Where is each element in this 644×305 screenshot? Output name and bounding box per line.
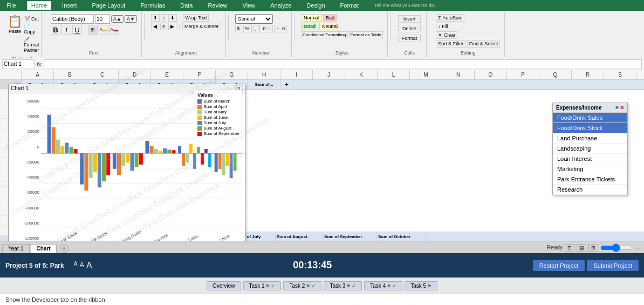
align-center-button[interactable]: ≡ <box>160 23 167 30</box>
task-nav-overview[interactable]: Overview <box>207 281 241 290</box>
number-format-select[interactable]: General <box>235 14 273 24</box>
find-select-button[interactable]: Find & Select <box>467 40 501 48</box>
dropdown-list: Expenses/Income ≡ ✕ Food/Drink Sales Foo… <box>552 103 628 195</box>
ribbon-tab-insert[interactable]: Insert <box>58 1 81 10</box>
dropdown-sort-icon[interactable]: ≡ <box>615 105 619 111</box>
task-nav-task5[interactable]: Task 5 ⚑ <box>405 281 437 290</box>
conditional-formatting-button[interactable]: Conditional Formatting <box>301 31 347 38</box>
decimal-inc-button[interactable]: .0→ <box>259 25 273 32</box>
svg-rect-32 <box>150 146 154 153</box>
copy-button[interactable]: 📄 Copy <box>23 23 40 35</box>
cell-reference-input[interactable] <box>2 59 35 69</box>
y-label-1: 40000 <box>28 114 39 119</box>
formula-input[interactable] <box>44 59 642 69</box>
format-as-table-button[interactable]: Format as Table <box>349 31 383 38</box>
align-top-button[interactable]: ⬆ <box>151 14 160 22</box>
align-left-button[interactable]: ◀ <box>151 23 159 30</box>
dropdown-item-2[interactable]: Land Purchase <box>553 133 627 144</box>
dropdown-item-6[interactable]: Park Entrance Tickets <box>553 174 627 185</box>
submit-project-button[interactable]: Submit Project <box>587 260 639 271</box>
autosum-button[interactable]: Σ AutoSum <box>436 14 464 22</box>
ribbon-tab-data[interactable]: Data <box>176 1 197 10</box>
bold-button[interactable]: B <box>51 25 60 35</box>
underline-button[interactable]: U <box>72 25 82 35</box>
sheet-tab-chart[interactable]: Chart <box>31 244 57 253</box>
ribbon-tab-tell-me[interactable]: Tell me what you want to do... <box>369 2 442 9</box>
good-style-button[interactable]: Good <box>301 23 318 30</box>
normal-style-button[interactable]: Normal <box>301 14 322 22</box>
page-break-view-button[interactable]: ⊞ <box>588 244 598 252</box>
font-size-medium[interactable]: A <box>79 261 84 270</box>
clear-button[interactable]: ✕ Clear <box>436 31 457 39</box>
font-grow-button[interactable]: A▲ <box>111 15 124 23</box>
comma-button[interactable]: , <box>253 25 259 32</box>
font-color-button[interactable]: A▬ <box>109 25 119 35</box>
ribbon-tab-format[interactable]: Format <box>336 1 364 10</box>
paste-button[interactable]: 📋 Paste ✂️ Cut 📄 Copy 🖌️ Format Painter <box>5 13 38 55</box>
neutral-style-button[interactable]: Neutral <box>319 23 340 30</box>
sheet-tab-year1[interactable]: Year 1 <box>2 244 30 253</box>
font-size-small[interactable]: A <box>74 261 78 270</box>
legend-item-1: Sum of April <box>197 104 239 109</box>
col-header-m: M <box>410 70 442 79</box>
ribbon-tab-view[interactable]: View <box>238 1 260 10</box>
font-size-input[interactable] <box>95 14 110 24</box>
font-shrink-button[interactable]: A▼ <box>125 15 137 23</box>
project-title: Project 5 of 5: Park <box>5 262 64 269</box>
chart-add-button[interactable]: + <box>280 80 293 89</box>
normal-view-button[interactable]: ⊡ <box>565 244 574 252</box>
ribbon-tab-page-layout[interactable]: Page Layout <box>88 1 130 10</box>
font-row1: A▲ A▼ <box>51 14 137 24</box>
merge-center-button[interactable]: Merge & Center <box>182 23 221 30</box>
align-middle-button[interactable]: ↕ <box>161 14 168 22</box>
percent-btn2[interactable]: % <box>243 25 252 32</box>
task-nav-task3[interactable]: Task 3 ⚑ ✓ <box>324 281 362 290</box>
task-nav-task2[interactable]: Task 2 ⚑ ✓ <box>283 281 321 290</box>
align-bottom-button[interactable]: ⬇ <box>168 14 177 22</box>
zoom-slider[interactable] <box>600 246 633 250</box>
delete-button[interactable]: Delete <box>398 25 421 32</box>
dropdown-scroll[interactable]: Food/Drink Sales Food/Drink Stock Land P… <box>553 113 627 195</box>
ribbon-tab-home[interactable]: Home <box>27 1 51 10</box>
dropdown-item-5[interactable]: Marketing <box>553 164 627 174</box>
fill-button[interactable]: ↓ Fill <box>436 23 450 30</box>
svg-rect-11 <box>52 127 56 153</box>
ribbon-tab-design[interactable]: Design <box>302 1 329 10</box>
dropdown-item-4[interactable]: Loan Interest <box>553 154 627 164</box>
align-right-button[interactable]: ▶ <box>168 23 176 30</box>
styles-row2: Good Neutral <box>301 23 383 30</box>
decimal-dec-button[interactable]: ←.0 <box>274 25 287 32</box>
font-name-input[interactable] <box>51 14 94 24</box>
percent-button[interactable]: $ <box>235 25 242 32</box>
ribbon-tab-file[interactable]: File <box>2 1 20 10</box>
italic-button[interactable]: I <box>61 25 71 35</box>
fill-color-button[interactable]: A▬ <box>99 25 108 35</box>
app-wrapper: File Home Insert Page Layout Formulas Da… <box>0 0 644 305</box>
restart-project-button[interactable]: Restart Project <box>533 260 585 271</box>
ribbon-tab-review[interactable]: Review <box>203 1 231 10</box>
ribbon-tab-analyze[interactable]: Analyze <box>266 1 296 10</box>
font-size-large[interactable]: A <box>86 261 92 270</box>
wrap-text-button[interactable]: Wrap Text <box>183 14 209 22</box>
border-button[interactable]: ⊞ <box>88 25 98 35</box>
dropdown-item-7[interactable]: Research <box>553 185 627 195</box>
insert-button[interactable]: Insert <box>398 15 421 23</box>
number-row2: $ % , .0→ ←.0 <box>235 25 287 32</box>
dropdown-close-icon[interactable]: ✕ <box>620 105 624 111</box>
task-nav-task1[interactable]: Task 1 ⚑ ✓ <box>243 281 282 290</box>
ribbon-tab-formulas[interactable]: Formulas <box>136 1 169 10</box>
format-button[interactable]: Format <box>398 35 421 42</box>
sort-filter-button[interactable]: Sort & Filter <box>436 40 466 48</box>
cut-button[interactable]: ✂️ Cut <box>23 16 40 22</box>
dropdown-item-1[interactable]: Food/Drink Stock <box>553 123 627 133</box>
dropdown-item-3[interactable]: Landscaping <box>553 144 627 154</box>
task-nav-task4[interactable]: Task 4 ⚑ ✓ <box>364 281 402 290</box>
dropdown-item-0[interactable]: Food/Drink Sales <box>553 113 627 123</box>
bad-style-button[interactable]: Bad <box>323 14 337 22</box>
y-label-4: -20000 <box>26 160 39 165</box>
editing-row1: Σ AutoSum <box>436 14 500 22</box>
add-sheet-button[interactable]: + <box>60 244 68 253</box>
cell-h1[interactable]: Sum of... <box>248 80 280 89</box>
format-painter-button[interactable]: 🖌️ Format Painter <box>23 36 40 53</box>
page-layout-view-button[interactable]: ▤ <box>577 244 586 252</box>
